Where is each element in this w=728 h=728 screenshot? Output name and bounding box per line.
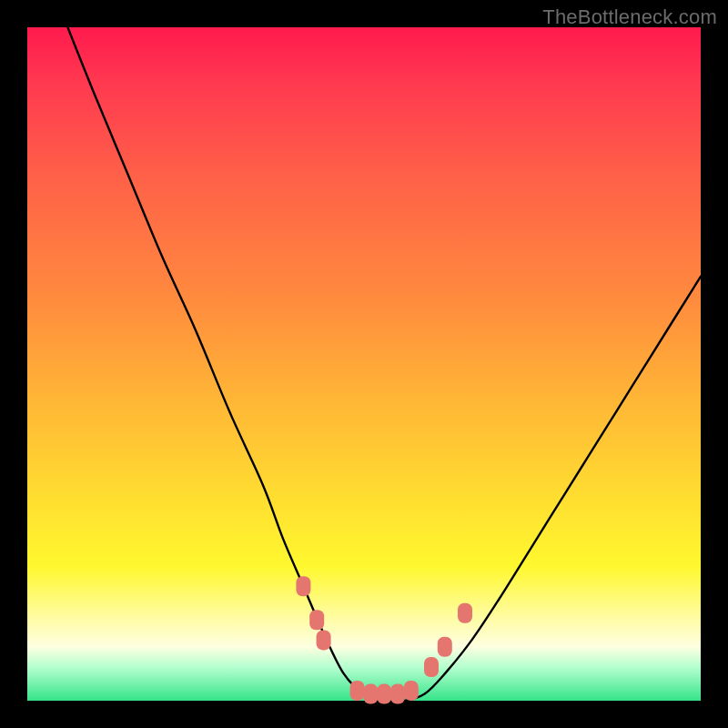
watermark-text: TheBottleneck.com: [542, 5, 717, 29]
valley-marker: [404, 681, 419, 701]
valley-marker: [317, 630, 331, 650]
valley-marker: [309, 610, 324, 630]
valley-marker: [350, 681, 365, 701]
plot-area: [27, 27, 701, 701]
bottleneck-curve: [67, 27, 701, 702]
valley-marker: [458, 603, 472, 623]
valley-marker: [424, 657, 439, 677]
valley-marker: [363, 684, 378, 704]
curve-layer: [27, 27, 701, 701]
valley-marker: [390, 684, 405, 704]
chart-frame: TheBottleneck.com: [0, 0, 728, 728]
valley-marker: [438, 637, 452, 657]
valley-markers: [296, 576, 472, 703]
valley-marker: [296, 576, 310, 596]
valley-marker: [377, 684, 391, 704]
